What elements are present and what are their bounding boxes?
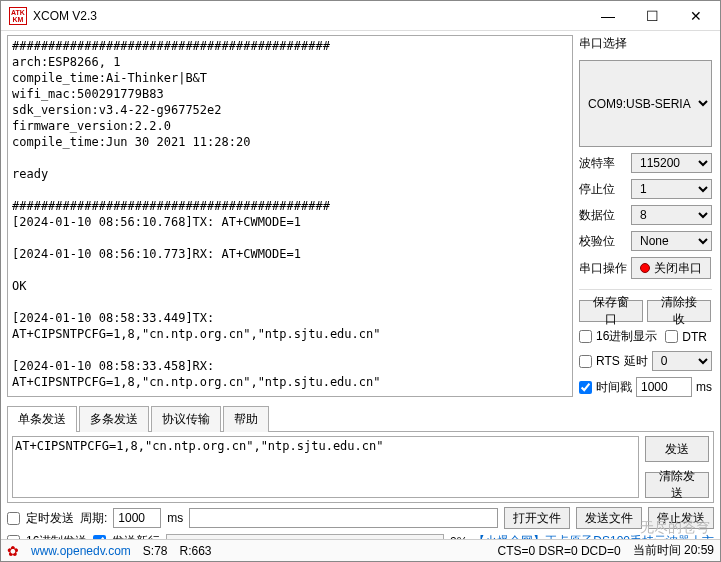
open-file-button[interactable]: 打开文件 — [504, 507, 570, 529]
close-serial-label: 关闭串口 — [654, 260, 702, 277]
hex-display-checkbox[interactable] — [579, 330, 592, 343]
tab-protocol[interactable]: 协议传输 — [151, 406, 221, 432]
send-panel: AT+CIPSNTPCFG=1,8,"cn.ntp.org.cn","ntp.s… — [7, 431, 714, 503]
tab-help[interactable]: 帮助 — [223, 406, 269, 432]
maximize-button[interactable]: ☐ — [630, 2, 674, 30]
gear-icon[interactable]: ✿ — [7, 543, 19, 559]
record-icon — [640, 263, 650, 273]
timestamp-label: 时间戳 — [596, 379, 632, 396]
serial-op-label: 串口操作 — [579, 260, 627, 277]
serial-settings-panel: 串口选择 COM9:USB-SERIAL 波特率115200 停止位1 数据位8… — [575, 31, 720, 401]
hex-display-label: 16进制显示 — [596, 328, 657, 345]
clear-rx-button[interactable]: 清除接收 — [647, 300, 711, 322]
minimize-button[interactable]: — — [586, 2, 630, 30]
send-input[interactable]: AT+CIPSNTPCFG=1,8,"cn.ntp.org.cn","ntp.s… — [12, 436, 639, 498]
stopbits-label: 停止位 — [579, 181, 627, 198]
stop-send-button[interactable]: 停止发送 — [648, 507, 714, 529]
delay-select[interactable]: 0 — [652, 351, 712, 371]
databits-label: 数据位 — [579, 207, 627, 224]
window-title: XCOM V2.3 — [33, 9, 586, 23]
period-label: 周期: — [80, 510, 107, 527]
close-button[interactable]: ✕ — [674, 2, 718, 30]
timestamp-input[interactable] — [636, 377, 692, 397]
send-tabs: 单条发送 多条发送 协议传输 帮助 — [7, 405, 720, 431]
tab-single-send[interactable]: 单条发送 — [7, 406, 77, 432]
app-logo-icon: ATK KM — [9, 7, 27, 25]
baud-select[interactable]: 115200 — [631, 153, 712, 173]
serial-select-label: 串口选择 — [579, 35, 712, 52]
titlebar: ATK KM XCOM V2.3 — ☐ ✕ — [1, 1, 720, 31]
period-ms-label: ms — [167, 511, 183, 525]
status-time: 当前时间 20:59 — [633, 542, 714, 559]
parity-label: 校验位 — [579, 233, 627, 250]
parity-select[interactable]: None — [631, 231, 712, 251]
close-serial-button[interactable]: 关闭串口 — [631, 257, 711, 279]
save-window-button[interactable]: 保存窗口 — [579, 300, 643, 322]
status-r: R:663 — [180, 544, 212, 558]
status-bar: ✿ www.openedv.com S:78 R:663 CTS=0 DSR=0… — [1, 539, 720, 561]
stopbits-select[interactable]: 1 — [631, 179, 712, 199]
terminal-output[interactable]: ########################################… — [7, 35, 573, 397]
databits-select[interactable]: 8 — [631, 205, 712, 225]
timed-send-label: 定时发送 — [26, 510, 74, 527]
tab-multi-send[interactable]: 多条发送 — [79, 406, 149, 432]
port-select[interactable]: COM9:USB-SERIAL — [579, 60, 712, 147]
timed-send-checkbox[interactable] — [7, 512, 20, 525]
rts-label: RTS — [596, 354, 620, 368]
dtr-checkbox[interactable] — [665, 330, 678, 343]
send-file-button[interactable]: 发送文件 — [576, 507, 642, 529]
rts-checkbox[interactable] — [579, 355, 592, 368]
website-link[interactable]: www.openedv.com — [31, 544, 131, 558]
baud-label: 波特率 — [579, 155, 627, 172]
status-s: S:78 — [143, 544, 168, 558]
file-path-input[interactable] — [189, 508, 498, 528]
dtr-label: DTR — [682, 330, 707, 344]
delay-label: 延时 — [624, 353, 648, 370]
timestamp-checkbox[interactable] — [579, 381, 592, 394]
timestamp-ms-label: ms — [696, 380, 712, 394]
period-input[interactable] — [113, 508, 161, 528]
clear-send-button[interactable]: 清除发送 — [645, 472, 709, 498]
lower-controls: 定时发送 周期: ms 打开文件 发送文件 停止发送 — [7, 507, 714, 529]
status-cts: CTS=0 DSR=0 DCD=0 — [498, 544, 621, 558]
send-button[interactable]: 发送 — [645, 436, 709, 462]
